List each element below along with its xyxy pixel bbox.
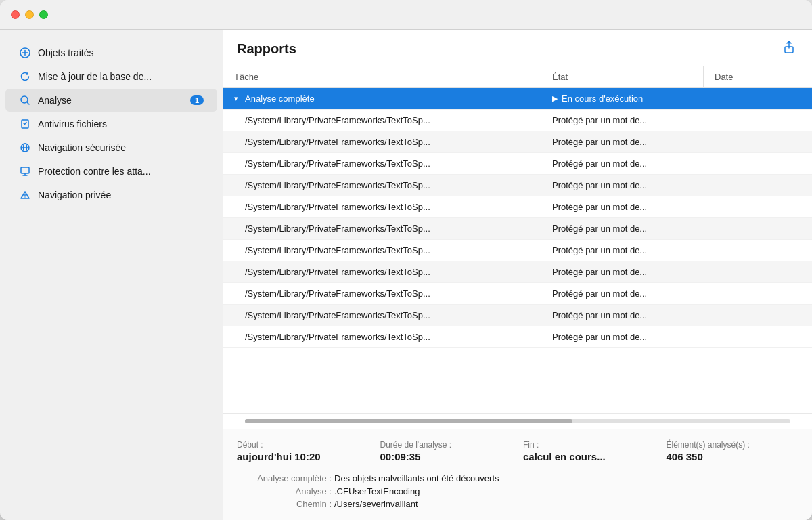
monitor-shield-icon bbox=[19, 165, 31, 177]
sidebar-item-protection-attaques[interactable]: Protection contre les atta... bbox=[5, 160, 217, 183]
search-icon bbox=[19, 94, 31, 106]
table-cell-date bbox=[704, 153, 812, 174]
table-cell-date bbox=[704, 283, 812, 304]
table-cell-date bbox=[704, 261, 812, 282]
stat-debut-value: aujourd'hui 10:20 bbox=[237, 451, 369, 462]
table-row[interactable]: /System/Library/PrivateFrameworks/TextTo… bbox=[223, 153, 812, 175]
sidebar-item-objets-traites[interactable]: Objets traités bbox=[5, 41, 217, 64]
table-cell-task: /System/Library/PrivateFrameworks/TextTo… bbox=[223, 240, 541, 261]
table-cell-state: Protégé par un mot de... bbox=[541, 261, 704, 282]
sidebar-item-antivirus[interactable]: Antivirus fichiers bbox=[5, 112, 217, 135]
column-header-etat: État bbox=[541, 66, 704, 87]
sidebar-item-label: Mise à jour de la base de... bbox=[38, 71, 204, 82]
table-cell-date bbox=[704, 305, 812, 326]
sidebar-item-label: Analyse bbox=[38, 95, 183, 106]
alert-triangle-icon bbox=[19, 189, 31, 201]
sidebar-item-label: Navigation sécurisée bbox=[38, 142, 204, 153]
table-cell-date bbox=[704, 110, 812, 131]
sidebar-item-label: Antivirus fichiers bbox=[38, 118, 204, 129]
stat-duree: Durée de l'analyse : 00:09:35 bbox=[380, 440, 513, 462]
maximize-button[interactable] bbox=[39, 10, 48, 19]
table-row[interactable]: /System/Library/PrivateFrameworks/TextTo… bbox=[223, 283, 812, 305]
table-cell-date bbox=[704, 88, 812, 109]
table-cell-task: /System/Library/PrivateFrameworks/TextTo… bbox=[223, 110, 541, 131]
stat-fin: Fin : calcul en cours... bbox=[523, 440, 656, 462]
bottom-panel: Début : aujourd'hui 10:20 Durée de l'ana… bbox=[223, 429, 812, 520]
table-body: ▾ Analyse complète ▶ En cours d'exécutio… bbox=[223, 88, 812, 413]
horizontal-scrollbar[interactable] bbox=[223, 413, 812, 429]
table-cell-task: /System/Library/PrivateFrameworks/TextTo… bbox=[223, 326, 541, 347]
table-row[interactable]: /System/Library/PrivateFrameworks/TextTo… bbox=[223, 131, 812, 153]
table-container: Tâche État Date ▾ Analyse complète ▶ En … bbox=[223, 66, 812, 429]
svg-line-4 bbox=[27, 102, 29, 104]
table-cell-state: ▶ En cours d'exécution bbox=[541, 88, 704, 109]
scrollbar-track bbox=[245, 419, 790, 423]
table-cell-date bbox=[704, 175, 812, 196]
table-cell-state: Protégé par un mot de... bbox=[541, 110, 704, 131]
table-cell-date bbox=[704, 326, 812, 347]
table-cell-task: /System/Library/PrivateFrameworks/TextTo… bbox=[223, 175, 541, 196]
sidebar-item-mise-a-jour[interactable]: Mise à jour de la base de... bbox=[5, 65, 217, 88]
table-cell-state: Protégé par un mot de... bbox=[541, 153, 704, 174]
scrollbar-thumb bbox=[245, 419, 572, 423]
main-window: Objets traités Mise à jour de la base de… bbox=[0, 0, 812, 520]
sidebar-item-analyse[interactable]: Analyse 1 bbox=[5, 89, 217, 112]
table-cell-date bbox=[704, 131, 812, 152]
stat-debut-label: Début : bbox=[237, 440, 369, 450]
selected-row-label: Analyse complète bbox=[245, 93, 315, 104]
info-row-analyse: Analyse : .CFUserTextEncoding bbox=[237, 486, 798, 496]
chevron-down-icon: ▾ bbox=[234, 94, 238, 103]
table-row[interactable]: /System/Library/PrivateFrameworks/TextTo… bbox=[223, 175, 812, 196]
stats-row: Début : aujourd'hui 10:20 Durée de l'ana… bbox=[237, 440, 798, 462]
table-cell-task: /System/Library/PrivateFrameworks/TextTo… bbox=[223, 218, 541, 239]
table-cell-state: Protégé par un mot de... bbox=[541, 326, 704, 347]
stat-fin-label: Fin : bbox=[523, 440, 656, 450]
table-header: Tâche État Date bbox=[223, 66, 812, 88]
table-row[interactable]: /System/Library/PrivateFrameworks/TextTo… bbox=[223, 240, 812, 261]
table-cell-task: ▾ Analyse complète bbox=[223, 88, 541, 109]
table-cell-date bbox=[704, 196, 812, 217]
panel-header: Rapports bbox=[223, 30, 812, 66]
stat-debut: Début : aujourd'hui 10:20 bbox=[237, 440, 369, 462]
main-content: Objets traités Mise à jour de la base de… bbox=[0, 30, 812, 520]
info-row-label: Analyse complète : bbox=[237, 473, 332, 483]
svg-rect-9 bbox=[21, 167, 29, 173]
titlebar bbox=[0, 0, 812, 30]
refresh-icon bbox=[19, 70, 31, 83]
right-panel: Rapports Tâche État Date bbox=[223, 30, 812, 520]
info-rows: Analyse complète : Des objets malveillan… bbox=[237, 473, 798, 509]
globe-icon bbox=[19, 142, 31, 154]
table-row[interactable]: /System/Library/PrivateFrameworks/TextTo… bbox=[223, 261, 812, 283]
stat-elements: Élément(s) analysé(s) : 406 350 bbox=[667, 440, 799, 462]
info-row-value: /Users/severinvaillant bbox=[334, 499, 418, 509]
table-cell-state: Protégé par un mot de... bbox=[541, 218, 704, 239]
table-row[interactable]: /System/Library/PrivateFrameworks/TextTo… bbox=[223, 326, 812, 348]
close-button[interactable] bbox=[11, 10, 20, 19]
sidebar-item-navigation-privee[interactable]: Navigation privée bbox=[5, 183, 217, 207]
table-cell-date bbox=[704, 240, 812, 261]
info-row-value: Des objets malveillants ont été découver… bbox=[334, 473, 499, 483]
table-row[interactable]: /System/Library/PrivateFrameworks/TextTo… bbox=[223, 110, 812, 131]
table-row-selected[interactable]: ▾ Analyse complète ▶ En cours d'exécutio… bbox=[223, 88, 812, 110]
table-cell-task: /System/Library/PrivateFrameworks/TextTo… bbox=[223, 283, 541, 304]
table-cell-state: Protégé par un mot de... bbox=[541, 131, 704, 152]
table-cell-task: /System/Library/PrivateFrameworks/TextTo… bbox=[223, 131, 541, 152]
minimize-button[interactable] bbox=[25, 10, 34, 19]
panel-title: Rapports bbox=[237, 41, 296, 57]
table-cell-task: /System/Library/PrivateFrameworks/TextTo… bbox=[223, 261, 541, 282]
share-button[interactable] bbox=[780, 38, 798, 60]
table-row[interactable]: /System/Library/PrivateFrameworks/TextTo… bbox=[223, 305, 812, 326]
table-row[interactable]: /System/Library/PrivateFrameworks/TextTo… bbox=[223, 218, 812, 240]
play-icon: ▶ bbox=[552, 94, 558, 103]
stat-duree-label: Durée de l'analyse : bbox=[380, 440, 513, 450]
stat-duree-value: 00:09:35 bbox=[380, 451, 513, 462]
table-cell-task: /System/Library/PrivateFrameworks/TextTo… bbox=[223, 305, 541, 326]
table-row[interactable]: /System/Library/PrivateFrameworks/TextTo… bbox=[223, 196, 812, 218]
traffic-lights bbox=[11, 10, 48, 19]
table-cell-state: Protégé par un mot de... bbox=[541, 240, 704, 261]
sidebar: Objets traités Mise à jour de la base de… bbox=[0, 30, 223, 520]
stat-elements-label: Élément(s) analysé(s) : bbox=[667, 440, 799, 450]
sidebar-item-navigation-securisee[interactable]: Navigation sécurisée bbox=[5, 136, 217, 159]
info-row-chemin: Chemin : /Users/severinvaillant bbox=[237, 499, 798, 509]
info-row-label: Chemin : bbox=[237, 499, 332, 509]
